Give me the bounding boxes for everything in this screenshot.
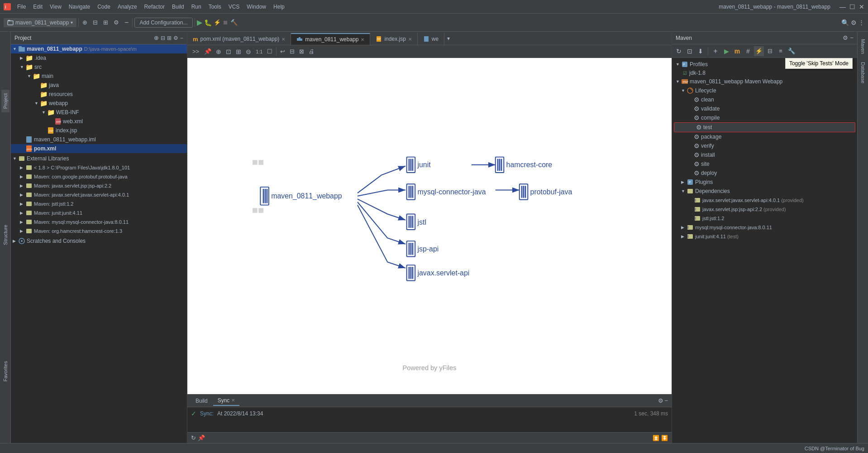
menu-file[interactable]: File bbox=[14, 3, 29, 11]
tree-extlibs[interactable]: ▼ External Libraries bbox=[11, 154, 187, 163]
run-green-btn[interactable]: ▶ bbox=[197, 18, 202, 27]
maven-download-btn[interactable]: ⬇ bbox=[696, 46, 706, 56]
maximize-btn[interactable]: ☐ bbox=[849, 3, 855, 10]
tab-diagram[interactable]: maven_0811_webapp ✕ bbox=[291, 33, 370, 45]
sync-tab-close[interactable]: ✕ bbox=[231, 398, 235, 403]
tab-we[interactable]: we bbox=[418, 33, 444, 45]
toolbar-more-btn[interactable]: ⋮ bbox=[858, 19, 864, 26]
panel-settings-btn[interactable]: ⚙ bbox=[173, 35, 178, 41]
tree-src[interactable]: ▼ 📁 src bbox=[11, 63, 187, 72]
maven-deploy[interactable]: ⚙ deploy bbox=[672, 169, 857, 178]
et-btn-undo[interactable]: ↩ bbox=[278, 47, 287, 56]
tree-scratches[interactable]: ▶ Scratches and Consoles bbox=[11, 236, 187, 246]
tree-java[interactable]: 📁 java bbox=[11, 81, 187, 90]
project-dropdown[interactable]: maven_0811_webapp ▾ bbox=[4, 18, 76, 27]
toolbar-btn-locate[interactable]: ⊕ bbox=[81, 18, 89, 27]
menu-run[interactable]: Run bbox=[188, 3, 205, 11]
tree-servlet-api[interactable]: ▶ Maven: javax.servlet:javax.servlet-api… bbox=[11, 190, 187, 199]
maven-verify[interactable]: ⚙ verify bbox=[672, 141, 857, 150]
dep-jsp[interactable]: javax.servlet.jsp:jsp-api:2.2 (provided) bbox=[672, 205, 857, 214]
tree-iml[interactable]: maven_0811_webapp.iml bbox=[11, 135, 187, 144]
et-btn-print[interactable]: 🖨 bbox=[307, 47, 316, 56]
menu-vcs[interactable]: VCS bbox=[225, 3, 243, 11]
et-btn-rect[interactable]: ☐ bbox=[265, 47, 274, 56]
node-main[interactable]: maven_0811_webapp bbox=[260, 187, 342, 205]
bottom-pin-btn[interactable]: 📌 bbox=[198, 434, 205, 441]
tree-jstl[interactable]: ▶ Maven: jstl:jstl:1.2 bbox=[11, 199, 187, 208]
et-btn-fit[interactable]: ⊡ bbox=[224, 47, 233, 56]
tree-jsp-api[interactable]: ▶ Maven: javax.servlet.jsp:jsp-api:2.2 bbox=[11, 181, 187, 190]
search-everywhere-btn[interactable]: 🔍 bbox=[841, 19, 849, 26]
dep-junit[interactable]: ▶ junit:junit:4.11 (test) bbox=[672, 232, 857, 241]
et-btn-layout-h[interactable]: ⊟ bbox=[288, 47, 296, 56]
bottom-tab-build[interactable]: Build bbox=[191, 396, 212, 405]
favorites-tab[interactable]: Favorites bbox=[1, 357, 10, 385]
node-junit[interactable]: junit bbox=[407, 157, 431, 173]
bottom-scroll-bottom-btn[interactable]: ⏬ bbox=[661, 435, 668, 441]
tree-main[interactable]: ▼ 📁 main bbox=[11, 72, 187, 81]
tab-overflow-btn[interactable]: ▾ bbox=[444, 35, 453, 42]
menu-refactor[interactable]: Refactor bbox=[141, 3, 168, 11]
maven-close-btn[interactable]: − bbox=[850, 34, 854, 41]
node-jstl[interactable]: jstl bbox=[407, 214, 426, 230]
maven-plugins[interactable]: ▶ P Plugins bbox=[672, 178, 857, 187]
maven-test[interactable]: ⚙ test bbox=[674, 122, 855, 132]
maven-site[interactable]: ⚙ site bbox=[672, 159, 857, 169]
maven-jdk18[interactable]: ☑ jdk-1.8 bbox=[672, 69, 857, 77]
dep-mysql[interactable]: ▶ mysql:mysql-connector-java:8.0.11 bbox=[672, 223, 857, 232]
menu-edit[interactable]: Edit bbox=[29, 3, 46, 11]
maven-settings-btn[interactable]: ⚙ bbox=[843, 34, 848, 41]
menu-help[interactable]: Help bbox=[270, 3, 288, 11]
tree-root[interactable]: ▼ maven_0811_webapp D:\java-maven-space\… bbox=[11, 44, 187, 53]
tree-webapp[interactable]: ▼ 📁 webapp bbox=[11, 99, 187, 108]
menu-navigate[interactable]: Navigate bbox=[65, 3, 94, 11]
maven-format-btn[interactable]: ⊟ bbox=[765, 46, 775, 56]
maven-compile[interactable]: ⚙ compile bbox=[672, 113, 857, 122]
maven-side-tab[interactable]: Maven bbox=[859, 35, 867, 58]
et-btn-expand[interactable]: ⊞ bbox=[234, 47, 243, 56]
maven-dependencies[interactable]: ▼ Dependencies bbox=[672, 187, 857, 196]
et-btn-zoom-in[interactable]: ⊕ bbox=[214, 47, 223, 56]
add-configuration-btn[interactable]: Add Configuration... bbox=[134, 18, 192, 28]
run-coverage-btn[interactable]: ⚡ bbox=[214, 19, 221, 26]
bottom-settings-btn[interactable]: ⚙ bbox=[658, 397, 663, 404]
maven-hash-btn[interactable]: # bbox=[743, 46, 753, 56]
close-btn[interactable]: ✕ bbox=[859, 3, 864, 10]
stop-btn[interactable]: ⏹ bbox=[223, 19, 229, 26]
node-mysql[interactable]: mysql-connector-java bbox=[407, 184, 486, 199]
tree-webxml[interactable]: xml web.xml bbox=[11, 117, 187, 126]
maven-validate[interactable]: ⚙ validate bbox=[672, 104, 857, 113]
build-btn[interactable]: 🔨 bbox=[230, 19, 238, 26]
tree-webinf[interactable]: ▼ 📁 WEB-INF bbox=[11, 108, 187, 117]
node-servlet-api[interactable]: javax.servlet-api bbox=[407, 265, 470, 280]
project-tab[interactable]: Project bbox=[1, 90, 10, 112]
maven-run-btn[interactable]: ▶ bbox=[721, 46, 731, 56]
node-protobuf[interactable]: protobuf-java bbox=[520, 184, 572, 199]
tree-protobuf[interactable]: ▶ Maven: com.google.protobuf:protobuf-ja… bbox=[11, 172, 187, 181]
node-jsp-api[interactable]: jsp-api bbox=[407, 241, 439, 256]
maven-list-btn[interactable]: ≡ bbox=[776, 46, 786, 56]
toolbar-btn-collapse[interactable]: ⊞ bbox=[101, 18, 110, 27]
maven-tools-btn[interactable]: 🔧 bbox=[787, 46, 796, 56]
menu-build[interactable]: Build bbox=[168, 3, 188, 11]
minimize-btn[interactable]: — bbox=[839, 3, 846, 10]
node-hamcrest[interactable]: hamcrest-core bbox=[496, 157, 553, 173]
et-btn-layout-v[interactable]: ⊠ bbox=[297, 47, 306, 56]
settings-btn[interactable]: ⚙ bbox=[851, 19, 857, 26]
et-btn-pin[interactable]: 📌 bbox=[202, 47, 213, 56]
maven-clean[interactable]: ⚙ clean bbox=[672, 95, 857, 104]
tree-indexjsp[interactable]: JSP index.jsp bbox=[11, 126, 187, 135]
menu-view[interactable]: View bbox=[46, 3, 65, 11]
tree-pomxml[interactable]: pom pom.xml bbox=[11, 144, 187, 153]
tree-resources[interactable]: 📁 resources bbox=[11, 90, 187, 99]
maven-install[interactable]: ⚙ install bbox=[672, 150, 857, 159]
pomxml-tab-close[interactable]: ✕ bbox=[281, 37, 285, 42]
tab-pomxml[interactable]: m pom.xml (maven_0811_webapp) ✕ bbox=[187, 33, 291, 45]
maven-package[interactable]: ⚙ package bbox=[672, 132, 857, 141]
et-btn-1to1[interactable]: 1:1 bbox=[254, 48, 264, 55]
bottom-tab-sync[interactable]: Sync ✕ bbox=[213, 396, 240, 406]
et-btn-zoom-out[interactable]: ⊖ bbox=[244, 47, 253, 56]
bottom-scroll-top-btn[interactable]: ⏫ bbox=[653, 435, 659, 441]
tab-indexjsp[interactable]: JSP index.jsp ✕ bbox=[370, 33, 417, 45]
panel-collapse-btn[interactable]: ⊞ bbox=[167, 35, 172, 41]
